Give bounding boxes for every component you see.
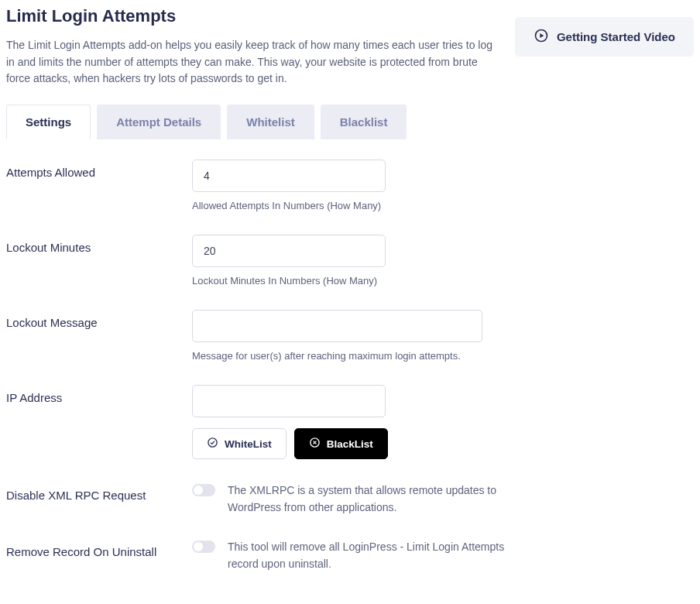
page-description: The Limit Login Attempts add-on helps yo…: [6, 37, 499, 88]
whitelist-button-label: WhiteList: [225, 438, 272, 450]
remove-record-toggle[interactable]: [192, 541, 215, 553]
tabs: Settings Attempt Details Whitelist Black…: [6, 105, 694, 139]
tab-blacklist[interactable]: Blacklist: [321, 105, 407, 139]
lockout-minutes-label: Lockout Minutes: [6, 235, 192, 254]
attempts-allowed-hint: Allowed Attempts In Numbers (How Many): [192, 200, 694, 211]
lockout-message-hint: Message for user(s) after reaching maxim…: [192, 350, 694, 362]
attempts-allowed-label: Attempts Allowed: [6, 160, 192, 179]
tab-whitelist[interactable]: Whitelist: [227, 105, 314, 139]
lockout-message-label: Lockout Message: [6, 310, 192, 329]
page-title: Limit Login Attempts: [6, 6, 499, 26]
disable-xml-rpc-toggle[interactable]: [192, 484, 215, 496]
lockout-message-input[interactable]: [192, 310, 482, 342]
attempts-allowed-input[interactable]: [192, 160, 386, 192]
getting-started-video-button[interactable]: Getting Started Video: [515, 17, 694, 57]
disable-xml-rpc-label: Disable XML RPC Request: [6, 482, 192, 502]
remove-record-desc: This tool will remove all LoginPress - L…: [228, 539, 514, 572]
tab-settings[interactable]: Settings: [6, 105, 91, 139]
video-button-label: Getting Started Video: [557, 30, 675, 43]
blacklist-button[interactable]: BlackList: [294, 428, 388, 459]
tab-attempt-details[interactable]: Attempt Details: [97, 105, 221, 139]
check-circle-icon: [207, 437, 218, 451]
remove-record-label: Remove Record On Uninstall: [6, 539, 192, 558]
x-circle-icon: [309, 437, 321, 451]
lockout-minutes-input[interactable]: [192, 235, 386, 267]
lockout-minutes-hint: Lockout Minutes In Numbers (How Many): [192, 275, 694, 287]
ip-address-input[interactable]: [192, 385, 386, 417]
whitelist-button[interactable]: WhiteList: [192, 428, 287, 459]
ip-address-label: IP Address: [6, 385, 192, 404]
blacklist-button-label: BlackList: [327, 438, 373, 450]
svg-point-1: [208, 438, 217, 447]
play-circle-icon: [534, 28, 549, 46]
disable-xml-rpc-desc: The XMLRPC is a system that allows remot…: [228, 482, 514, 516]
